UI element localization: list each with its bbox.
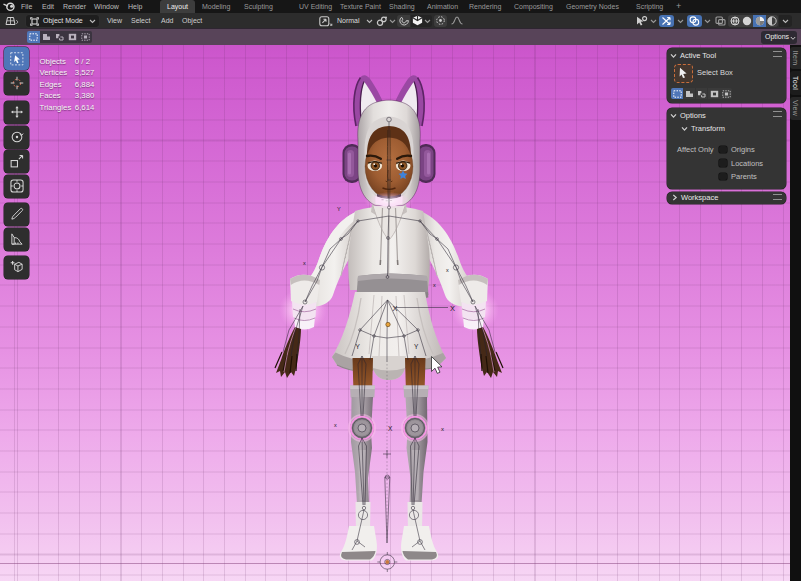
- svg-text:x: x: [334, 422, 337, 428]
- svg-text:Y: Y: [414, 343, 419, 350]
- svg-text:x: x: [446, 267, 449, 273]
- svg-text:x: x: [303, 260, 306, 266]
- svg-text:X: X: [388, 425, 393, 432]
- svg-text:x: x: [433, 282, 436, 288]
- svg-text:x: x: [441, 426, 444, 432]
- svg-text:X: X: [450, 304, 455, 313]
- svg-text:X: X: [393, 304, 398, 313]
- svg-text:Y: Y: [337, 206, 341, 212]
- svg-text:Y: Y: [356, 343, 361, 350]
